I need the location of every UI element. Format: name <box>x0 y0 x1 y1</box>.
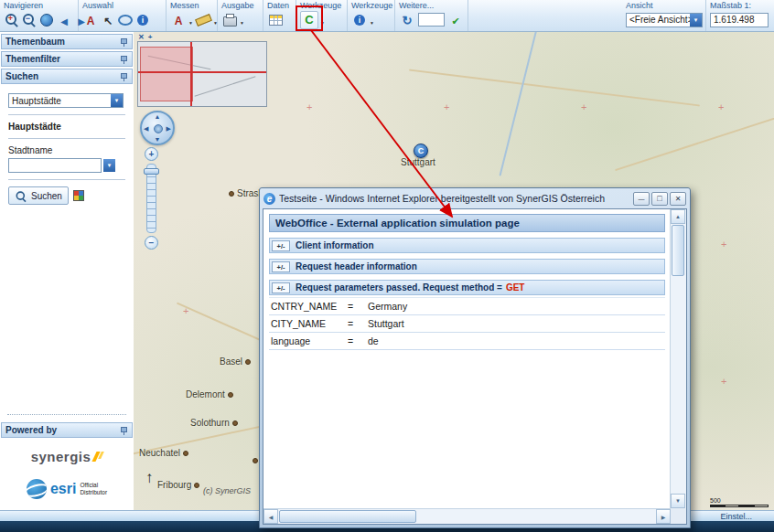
toggle-button[interactable]: +/- <box>272 240 290 251</box>
overview-map[interactable] <box>137 41 267 107</box>
close-button[interactable] <box>670 192 686 206</box>
overview-extent-box <box>140 47 193 101</box>
data-table-button[interactable] <box>267 12 284 28</box>
esri-wordmark: esri <box>50 481 76 497</box>
circle-select-button[interactable] <box>117 12 134 28</box>
pointer-select-button[interactable] <box>100 12 116 28</box>
pin-icon[interactable] <box>120 72 128 81</box>
section-request-parameters: +/- Request parameters passed. Request m… <box>269 280 665 295</box>
zoom-slider-plus-button[interactable] <box>145 147 158 161</box>
toggle-button[interactable]: +/- <box>272 282 290 293</box>
map-river <box>499 32 538 176</box>
pan-north-icon[interactable] <box>155 113 161 120</box>
apply-button[interactable] <box>447 12 464 28</box>
chevron-down-icon[interactable] <box>369 12 375 28</box>
panel-header-powered-by[interactable]: Powered by <box>1 422 133 438</box>
info-tool-button[interactable] <box>351 12 368 28</box>
param-value: Germany <box>368 301 665 312</box>
plus-icon[interactable]: + <box>148 33 153 41</box>
city-dot <box>232 420 238 426</box>
panel-title: Themenfilter <box>5 54 60 64</box>
grid-cross-icon <box>721 377 726 387</box>
map-road <box>615 96 774 171</box>
ellipse-icon <box>118 15 133 26</box>
param-equals: = <box>348 301 368 312</box>
pan-center-icon[interactable] <box>154 124 163 133</box>
panel-header-suchen[interactable]: Suchen <box>1 69 133 84</box>
zoom-in-button[interactable] <box>4 12 20 28</box>
pan-east-icon[interactable] <box>167 125 171 132</box>
pin-icon[interactable] <box>120 37 128 47</box>
divider <box>8 114 125 115</box>
chevron-down-icon[interactable] <box>188 12 194 28</box>
panel-header-themenbaum[interactable]: Themenbaum <box>1 34 133 49</box>
pan-compass[interactable] <box>140 111 175 145</box>
minimize-button[interactable] <box>633 192 650 206</box>
printer-icon <box>223 16 237 27</box>
panel-header-themenfilter[interactable]: Themenfilter <box>1 51 133 67</box>
toolbar-group-werkzeuge-2: Werkzeuge <box>348 0 395 31</box>
pin-icon[interactable] <box>120 55 128 64</box>
result-marker[interactable]: C <box>414 144 428 158</box>
toolbar-group-ansicht: Ansicht <Freie Ansicht> <box>622 0 706 31</box>
overview-crosshair-v <box>190 42 192 106</box>
zoom-slider-minus-button[interactable] <box>145 236 158 250</box>
close-icon[interactable]: ✕ <box>138 33 145 41</box>
external-app-tool-button[interactable]: C <box>300 11 318 29</box>
city-dot <box>228 392 233 398</box>
horizontal-scroll-thumb[interactable] <box>279 510 416 523</box>
scroll-up-icon[interactable] <box>671 209 685 224</box>
previous-extent-button[interactable] <box>56 12 72 28</box>
horizontal-scrollbar[interactable] <box>263 508 671 524</box>
scroll-right-icon[interactable] <box>656 509 671 524</box>
maximize-button[interactable] <box>651 192 668 206</box>
city-dot <box>194 483 199 488</box>
full-extent-button[interactable] <box>38 12 55 28</box>
label-select-button[interactable] <box>82 12 99 28</box>
toggle-button[interactable]: +/- <box>272 261 290 272</box>
chevron-down-icon[interactable] <box>690 14 702 27</box>
view-select[interactable]: <Freie Ansicht> <box>626 13 703 27</box>
panel-title: Suchen <box>5 71 38 81</box>
main-toolbar: Navigieren Auswahl Messen <box>0 0 774 32</box>
quick-search-input[interactable] <box>418 13 445 27</box>
group-label-auswahl: Auswahl <box>82 1 162 10</box>
identify-button[interactable] <box>134 12 151 28</box>
stadtname-dropdown-button[interactable] <box>103 159 115 172</box>
group-label-daten: Daten <box>267 1 292 10</box>
scroll-down-icon[interactable] <box>671 494 685 508</box>
globe-icon <box>40 14 53 27</box>
annotate-button[interactable] <box>170 12 187 28</box>
search-submit-button[interactable]: Suchen <box>8 186 69 205</box>
grid-cross-icon <box>444 102 449 112</box>
panel-title: Powered by <box>5 425 57 435</box>
chevron-down-icon[interactable] <box>111 94 123 107</box>
group-label-messen: Messen <box>170 1 213 10</box>
pin-icon[interactable] <box>120 426 128 435</box>
magnifier-minus-icon <box>23 13 37 27</box>
pan-south-icon[interactable] <box>155 136 161 143</box>
chevron-down-icon[interactable] <box>319 12 326 28</box>
param-key: CITY_NAME <box>269 318 348 329</box>
vertical-scrollbar[interactable] <box>670 209 686 508</box>
city-label: Delemont <box>186 389 233 399</box>
settings-link[interactable]: Einstel... <box>720 512 752 521</box>
measure-button[interactable] <box>195 12 211 28</box>
refresh-button[interactable] <box>399 12 415 28</box>
vertical-scroll-thumb[interactable] <box>672 225 684 276</box>
chevron-down-icon[interactable] <box>239 12 245 28</box>
scroll-left-icon[interactable] <box>263 509 278 524</box>
sidebar: Themenbaum Themenfilter Suchen Hauptstäd… <box>0 32 134 510</box>
popup-titlebar[interactable]: Testseite - Windows Internet Explorer be… <box>260 188 690 208</box>
search-theme-select[interactable]: Hauptstädte <box>8 93 124 108</box>
pan-west-icon[interactable] <box>144 125 148 132</box>
zoom-to-result-icon[interactable] <box>73 190 84 201</box>
request-method-value: GET <box>506 282 525 293</box>
ie-popup-window[interactable]: Testseite - Windows Internet Explorer be… <box>259 187 691 528</box>
zoom-slider-handle[interactable] <box>144 168 159 175</box>
stadtname-input[interactable] <box>8 158 102 173</box>
print-button[interactable] <box>221 12 238 28</box>
scale-input[interactable]: 1.619.498 <box>710 13 769 27</box>
zoom-slider-track[interactable] <box>146 164 156 233</box>
zoom-out-button[interactable] <box>21 12 38 28</box>
